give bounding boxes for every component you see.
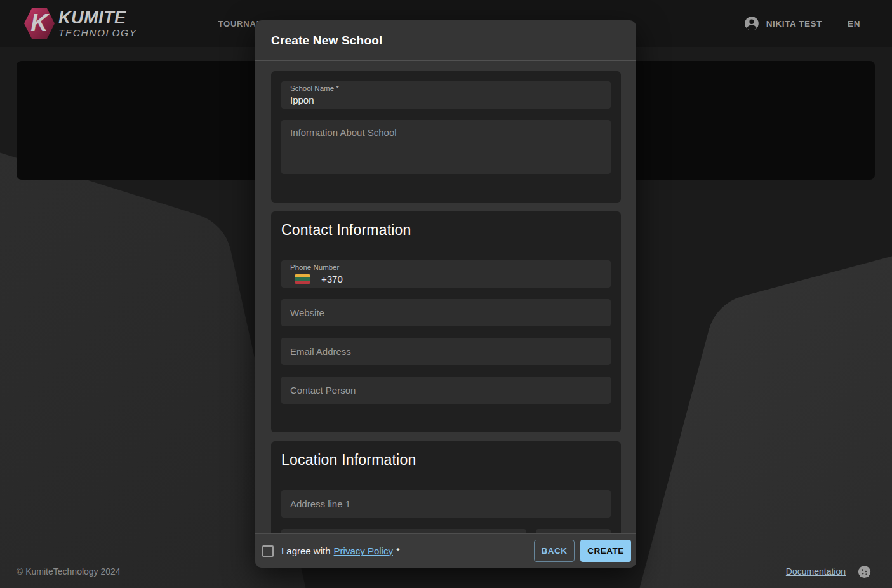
user-name: NIKITA TEST [766,19,822,29]
brand-subname: TECHNOLOGY [58,28,137,38]
contact-info-heading: Contact Information [281,222,611,239]
address-line1-field[interactable] [281,490,611,518]
user-menu[interactable]: NIKITA TEST [743,15,822,32]
phone-number-label: Phone Number [290,264,602,272]
modal-title: Create New School [271,34,383,48]
location-info-section: Location Information [271,441,621,533]
brand-logo[interactable]: K KUMITE TECHNOLOGY [24,7,137,40]
school-name-input[interactable] [290,95,602,105]
create-button[interactable]: CREATE [580,540,631,562]
lithuania-flag-icon[interactable] [295,274,310,284]
contact-info-section: Contact Information Phone Number [271,211,621,432]
location-field-stub-right[interactable] [536,529,611,533]
website-field[interactable] [281,299,611,326]
email-field[interactable] [281,338,611,365]
modal-body: School Name * Contact Information Phone … [255,61,636,533]
agreement-text: I agree with Privacy Policy * [281,545,400,556]
school-info-textarea[interactable] [290,127,602,167]
phone-number-field[interactable]: Phone Number [281,260,611,288]
logo-letter: K [30,11,48,35]
documentation-link[interactable]: Documentation [786,566,846,577]
website-input[interactable] [290,307,602,318]
contact-person-field[interactable] [281,377,611,404]
location-info-heading: Location Information [281,451,611,469]
agreement-asterisk: * [396,545,400,556]
account-icon [743,15,760,32]
school-info-section: School Name * [271,71,621,203]
copyright-text: © KumiteTechnology 2024 [17,566,121,577]
brand-name: KUMITE [58,10,137,27]
privacy-policy-link[interactable]: Privacy Policy [334,545,393,556]
school-info-textarea-wrap[interactable] [281,120,611,174]
contact-person-input[interactable] [290,385,602,396]
agree-checkbox[interactable] [262,545,274,557]
email-input[interactable] [290,346,602,357]
modal-footer: I agree with Privacy Policy * BACK CREAT… [255,533,636,568]
school-name-label: School Name * [290,84,602,93]
cookie-icon[interactable] [857,565,872,579]
location-field-stub-left[interactable] [281,529,526,533]
address-line1-input[interactable] [290,498,602,509]
back-button[interactable]: BACK [534,540,575,562]
modal-header: Create New School [255,20,636,61]
kumite-logo-icon: K [24,7,55,40]
create-school-modal: Create New School School Name * Contact … [255,20,636,568]
language-selector[interactable]: EN [848,19,860,29]
phone-number-input[interactable] [321,274,602,284]
school-name-field[interactable]: School Name * [281,81,611,109]
brand-text: KUMITE TECHNOLOGY [58,10,137,38]
agreement-prefix: I agree with [281,545,331,556]
